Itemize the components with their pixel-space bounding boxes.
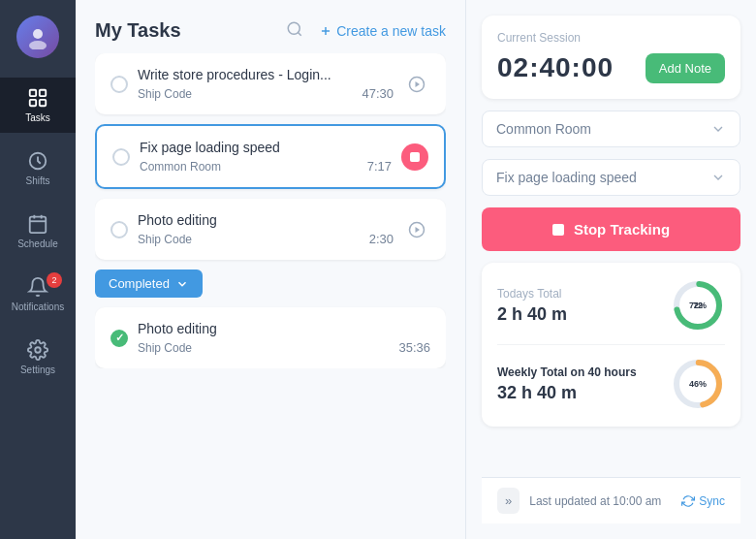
weekly-hours: 40 hours [588, 365, 637, 379]
completed-section: Completed [95, 270, 446, 298]
chevron-down-icon [710, 121, 726, 137]
session-label: Current Session [497, 31, 725, 45]
task-project-3: Ship Code [138, 233, 192, 246]
completed-task-project: Ship Code [138, 341, 192, 355]
todays-value: 2 h 40 m [497, 304, 567, 325]
search-icon [286, 20, 303, 38]
sidebar-item-notifications[interactable]: 2 Notifications [0, 267, 76, 322]
table-row: Photo editing Ship Code 35:36 [95, 307, 446, 368]
task-name-1: Write store procedures - Login... [138, 67, 394, 82]
footer-bar: » Last updated at 10:00 am Sync [482, 477, 740, 523]
chevron-down-icon [175, 277, 189, 291]
completed-dropdown-button[interactable]: Completed [95, 270, 203, 298]
sidebar-item-settings[interactable]: Settings [0, 330, 76, 385]
sidebar-notifications-label: Notifications [12, 301, 64, 312]
sidebar-schedule-label: Schedule [17, 238, 58, 249]
plus-icon [319, 24, 332, 38]
notifications-icon [27, 276, 48, 298]
svg-rect-5 [40, 100, 46, 106]
svg-rect-4 [30, 100, 36, 106]
project-dropdown[interactable]: Common Room [482, 111, 740, 147]
last-updated: Last updated at 10:00 am [529, 494, 661, 508]
shifts-icon [27, 150, 48, 172]
sidebar-shifts-label: Shifts [25, 175, 49, 186]
svg-rect-7 [30, 217, 47, 234]
right-panel: Current Session 02:40:00 Add Note Common… [465, 0, 756, 539]
create-task-button[interactable]: Create a new task [319, 23, 446, 39]
play-button-3[interactable] [403, 216, 430, 243]
session-time: 02:40:00 [497, 52, 614, 83]
weekly-value: 32 h 40 m [497, 383, 637, 403]
task-dropdown[interactable]: Fix page loading speed [482, 159, 740, 196]
task-list: Write store procedures - Login... Ship C… [95, 53, 446, 368]
weekly-label: Weekly Total on 40 hours [497, 365, 637, 379]
stop-square-icon [410, 152, 420, 162]
chevron-down-icon-task [710, 170, 726, 185]
stop-icon [552, 224, 564, 236]
svg-marker-19 [416, 227, 421, 233]
avatar [16, 16, 59, 58]
svg-point-12 [288, 22, 299, 34]
table-row: Photo editing Ship Code 2:30 [95, 199, 446, 260]
svg-point-11 [35, 347, 41, 353]
project-dropdown-value: Common Room [496, 121, 591, 137]
session-card: Current Session 02:40:00 Add Note [482, 16, 740, 99]
svg-line-13 [299, 32, 301, 35]
weekly-total-row: Weekly Total on 40 hours 32 h 40 m 46% [497, 357, 725, 411]
main-header: My Tasks Create a new task [95, 19, 446, 42]
play-icon-1 [408, 76, 425, 93]
task-time-1: 47:30 [362, 86, 394, 101]
sidebar-settings-label: Settings [20, 365, 55, 375]
stop-tracking-button[interactable]: Stop Tracking [482, 207, 740, 251]
completed-task-time: 35:36 [398, 340, 430, 355]
play-icon-3 [408, 221, 425, 238]
notification-badge: 2 [47, 272, 62, 288]
task-radio-2[interactable] [112, 148, 130, 166]
sync-label: Sync [699, 494, 725, 508]
add-note-button[interactable]: Add Note [646, 53, 725, 83]
task-project-1: Ship Code [138, 87, 192, 101]
task-radio-3[interactable] [110, 221, 128, 238]
todays-total-row: Todays Total 2 h 40 m 72 72% [497, 278, 725, 345]
sidebar-item-tasks[interactable]: Tasks [0, 78, 76, 133]
task-name-2: Fix page loading speed [140, 140, 392, 155]
sidebar: Tasks Shifts Schedule 2 Notifications Se… [0, 0, 76, 539]
completed-label: Completed [109, 276, 170, 291]
task-name-3: Photo editing [138, 212, 394, 228]
task-time-2: 7:17 [367, 159, 392, 174]
main-panel: My Tasks Create a new task Write store p… [76, 0, 465, 539]
svg-point-0 [33, 29, 43, 39]
search-button[interactable] [286, 20, 303, 42]
svg-rect-2 [30, 90, 36, 96]
task-project-2: Common Room [140, 160, 221, 174]
task-radio-1[interactable] [110, 76, 128, 93]
todays-donut: 72 72% [671, 278, 725, 333]
svg-marker-17 [416, 81, 421, 87]
sidebar-tasks-label: Tasks [25, 112, 50, 123]
sidebar-item-schedule[interactable]: Schedule [0, 204, 76, 259]
sync-button[interactable]: Sync [681, 494, 725, 508]
svg-rect-3 [40, 90, 46, 96]
play-button-1[interactable] [403, 71, 430, 98]
create-task-label: Create a new task [336, 23, 446, 39]
table-row: Write store procedures - Login... Ship C… [95, 53, 446, 114]
sync-icon [681, 494, 695, 508]
schedule-icon [27, 213, 48, 235]
tasks-icon [27, 87, 48, 109]
stats-card: Todays Total 2 h 40 m 72 72% Weekly Tota… [482, 263, 740, 427]
task-dropdown-value: Fix page loading speed [496, 170, 637, 185]
completed-task-name: Photo editing [138, 321, 430, 336]
task-time-3: 2:30 [369, 232, 394, 246]
expand-button[interactable]: » [497, 488, 520, 514]
svg-point-1 [29, 41, 47, 49]
todays-label: Todays Total [497, 287, 567, 301]
page-title: My Tasks [95, 19, 181, 42]
weekly-donut: 46% [671, 357, 725, 411]
sidebar-item-shifts[interactable]: Shifts [0, 141, 76, 196]
task-radio-completed[interactable] [110, 330, 128, 347]
stop-button-2[interactable] [401, 143, 428, 171]
stop-tracking-label: Stop Tracking [574, 221, 670, 238]
settings-icon [27, 339, 48, 361]
table-row: Fix page loading speed Common Room 7:17 [95, 124, 446, 189]
